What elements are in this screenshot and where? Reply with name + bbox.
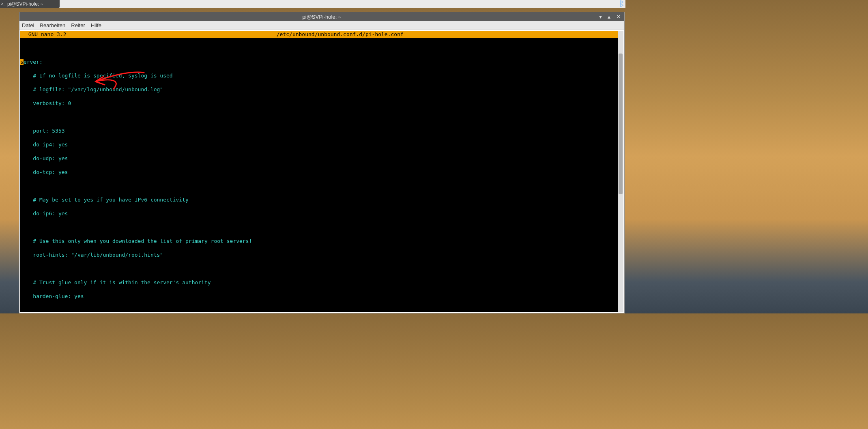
scrollbar-thumb[interactable] <box>619 54 623 194</box>
terminal-area[interactable]: GNU nano 3.2 /etc/unbound/unbound.conf.d… <box>20 31 623 312</box>
nano-app-label: GNU nano 3.2 <box>22 31 67 38</box>
vertical-scrollbar[interactable] <box>618 31 623 312</box>
window-titlebar[interactable]: pi@SVPi-hole: ~ ▾ ▴ ✕ <box>19 12 624 21</box>
nano-file-path: /etc/unbound/unbound.conf.d/pi-hole.conf <box>67 31 614 38</box>
terminal-window: pi@SVPi-hole: ~ ▾ ▴ ✕ Datei Bearbeiten R… <box>19 12 625 313</box>
terminal-icon: >_ <box>1 2 5 6</box>
editor-content[interactable]: server: # If no logfile is specified, sy… <box>20 38 623 312</box>
window-controls: ▾ ▴ ✕ <box>597 12 623 21</box>
taskbar-tab-label: pi@SVPi-hole: ~ <box>7 1 43 7</box>
menu-edit[interactable]: Bearbeiten <box>40 22 65 28</box>
minimize-button[interactable]: ▾ <box>597 13 604 20</box>
bluetooth-icon <box>619 0 625 9</box>
menu-file[interactable]: Datei <box>22 22 34 28</box>
desktop-top-bar <box>0 0 625 8</box>
menu-bar: Datei Bearbeiten Reiter Hilfe <box>19 21 624 30</box>
taskbar-tab[interactable]: >_ pi@SVPi-hole: ~ <box>0 0 60 8</box>
menu-help[interactable]: Hilfe <box>91 22 101 28</box>
cursor: s <box>20 59 24 65</box>
menu-tabs[interactable]: Reiter <box>71 22 85 28</box>
nano-header: GNU nano 3.2 /etc/unbound/unbound.conf.d… <box>20 31 623 38</box>
maximize-button[interactable]: ▴ <box>606 13 612 20</box>
close-button[interactable]: ✕ <box>614 13 623 20</box>
window-title: pi@SVPi-hole: ~ <box>303 14 342 20</box>
